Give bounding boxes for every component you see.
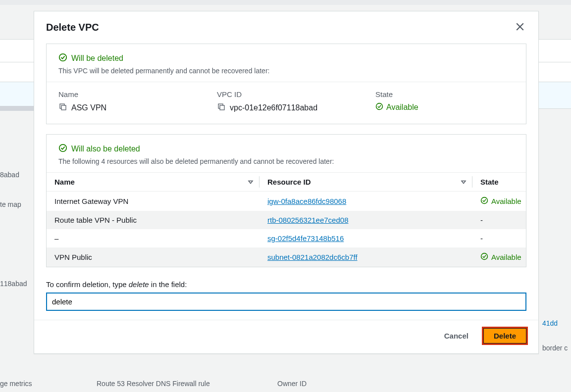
copy-icon xyxy=(59,103,66,110)
table-row: Internet Gateway VPNigw-0fa8ace86fdc9806… xyxy=(47,192,526,211)
vpcid-value: vpc-01e12e6f07118abad xyxy=(230,103,317,112)
close-button[interactable] xyxy=(514,20,526,35)
svg-point-11 xyxy=(481,197,488,204)
check-circle-icon xyxy=(58,53,67,64)
name-label: Name xyxy=(58,90,217,98)
will-also-desc: The following 4 resources will also be d… xyxy=(58,157,514,165)
cell-name: VPN Public xyxy=(47,247,260,267)
delete-vpc-modal: Delete VPC Will be deleted xyxy=(34,11,539,354)
svg-point-8 xyxy=(59,145,66,151)
modal-backdrop: Delete VPC Will be deleted xyxy=(0,0,571,392)
modal-header: Delete VPC xyxy=(34,11,538,44)
state-text: Available xyxy=(491,197,521,205)
column-header-state[interactable]: State xyxy=(472,173,526,192)
svg-marker-10 xyxy=(462,181,466,183)
cell-name: – xyxy=(47,229,260,247)
svg-rect-4 xyxy=(61,105,66,110)
cancel-button[interactable]: Cancel xyxy=(434,328,478,343)
copy-name-button[interactable] xyxy=(58,102,67,113)
sort-icon xyxy=(461,178,467,186)
check-circle-icon xyxy=(480,196,488,206)
check-circle-icon xyxy=(375,102,383,112)
delete-button[interactable]: Delete xyxy=(483,328,526,343)
will-also-be-deleted-panel: Will also be deleted The following 4 res… xyxy=(46,134,526,267)
cell-name: Internet Gateway VPN xyxy=(47,192,260,211)
svg-point-2 xyxy=(59,54,66,61)
will-be-deleted-heading: Will be deleted xyxy=(71,54,123,63)
confirm-section: To confirm deletion, type delete in the … xyxy=(46,277,526,311)
cell-resource-id: igw-0fa8ace86fdc98068 xyxy=(260,192,472,211)
column-header-label: State xyxy=(480,178,499,186)
confirm-delete-input[interactable] xyxy=(46,293,526,311)
cell-state: Available xyxy=(472,192,526,211)
cell-state: - xyxy=(472,229,526,247)
cell-name: Route table VPN - Public xyxy=(47,211,260,229)
state-text: Available xyxy=(491,253,521,261)
svg-rect-6 xyxy=(220,105,224,110)
resource-id-link[interactable]: sg-02f5d4fe73148b516 xyxy=(267,234,344,243)
check-circle-icon xyxy=(480,252,488,262)
svg-point-7 xyxy=(376,103,383,110)
column-header-label: Resource ID xyxy=(267,178,311,186)
svg-point-12 xyxy=(481,253,488,260)
table-row: VPN Publicsubnet-0821a2082dc6cb7ffAvaila… xyxy=(47,247,526,267)
modal-footer: Cancel Delete xyxy=(34,320,538,353)
resource-id-link[interactable]: rtb-080256321ee7ced08 xyxy=(267,216,348,224)
name-value: ASG VPN xyxy=(71,103,106,112)
cell-resource-id: subnet-0821a2082dc6cb7ff xyxy=(260,247,472,267)
table-row: –sg-02f5d4fe73148b516- xyxy=(47,229,526,247)
cell-resource-id: sg-02f5d4fe73148b516 xyxy=(260,229,472,247)
cell-state: Available xyxy=(472,247,526,267)
check-circle-icon xyxy=(58,144,67,154)
confirm-label: To confirm deletion, type delete in the … xyxy=(46,280,526,289)
vpcid-label: VPC ID xyxy=(217,90,375,98)
copy-icon xyxy=(218,103,225,110)
resources-table: Name Resource ID xyxy=(47,172,526,267)
state-label: State xyxy=(375,90,514,98)
will-be-deleted-desc: This VPC will be deleted permanently and… xyxy=(58,67,514,75)
will-be-deleted-panel: Will be deleted This VPC will be deleted… xyxy=(46,44,526,124)
modal-title: Delete VPC xyxy=(46,22,99,33)
resource-id-link[interactable]: igw-0fa8ace86fdc98068 xyxy=(267,197,346,205)
state-value: Available xyxy=(386,103,418,112)
column-header-name[interactable]: Name xyxy=(47,173,260,192)
column-header-resource-id[interactable]: Resource ID xyxy=(260,173,472,192)
copy-vpcid-button[interactable] xyxy=(217,102,226,113)
sort-icon xyxy=(248,178,254,186)
cell-resource-id: rtb-080256321ee7ced08 xyxy=(260,211,472,229)
resource-id-link[interactable]: subnet-0821a2082dc6cb7ff xyxy=(267,253,358,261)
resources-table-scroll[interactable]: Name Resource ID xyxy=(47,172,526,267)
svg-marker-9 xyxy=(249,181,253,183)
cell-state: - xyxy=(472,211,526,229)
column-header-label: Name xyxy=(54,178,75,186)
close-icon xyxy=(516,25,524,33)
table-row: Route table VPN - Publicrtb-080256321ee7… xyxy=(47,211,526,229)
will-also-heading: Will also be deleted xyxy=(71,145,140,153)
